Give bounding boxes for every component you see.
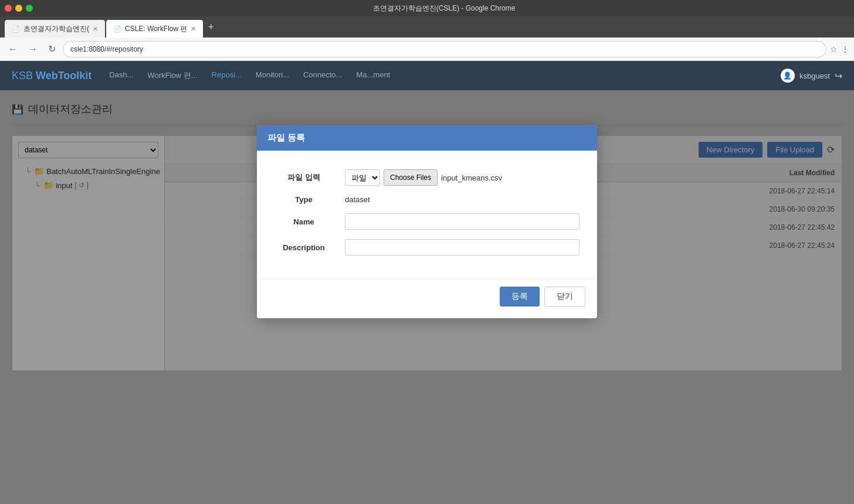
brand: KSB WebToolkit	[12, 70, 92, 82]
tab-1-close[interactable]: ✕	[93, 25, 98, 33]
form-row-name: Name	[269, 209, 585, 234]
modal-title: 파일 등록	[267, 132, 305, 142]
brand-bold: WebToolkit	[36, 70, 92, 81]
window-controls	[5, 5, 33, 12]
nav-management[interactable]: Ma...ment	[356, 70, 390, 81]
forward-button[interactable]: →	[25, 42, 41, 57]
type-label: Type	[269, 190, 339, 209]
modal-header: 파일 등록	[257, 125, 597, 151]
name-input[interactable]	[345, 213, 580, 230]
brand-light: KSB	[12, 70, 36, 81]
browser-window: 초연결자가학습엔진(CSLE) - Google Chrome 📄 초연결자가학…	[0, 0, 854, 504]
submit-button[interactable]: 등록	[500, 287, 540, 307]
minimize-button[interactable]	[15, 5, 22, 12]
selected-file-name: input_kmeans.csv	[441, 173, 502, 182]
modal-body: 파일 입력 파일 Choose Files input_kmeans.csv	[257, 151, 597, 274]
title-bar: 초연결자가학습엔진(CSLE) - Google Chrome	[0, 0, 854, 16]
tab-bar: 📄 초연결자가학습엔진( ✕ 📄 CSLE: WorkFlow 편 ✕ +	[0, 16, 854, 38]
file-input-row: 파일 Choose Files input_kmeans.csv	[345, 169, 580, 186]
name-label: Name	[269, 209, 339, 234]
tab-2[interactable]: 📄 CSLE: WorkFlow 편 ✕	[106, 20, 203, 38]
modal-overlay: 파일 등록 파일 입력 파일	[0, 90, 854, 504]
navbar: KSB WebToolkit Dash... WorkFlow 편... Rep…	[0, 61, 854, 90]
address-bar: ← → ↻ ☆ ⋮	[0, 38, 854, 61]
form-row-description: Description	[269, 234, 585, 260]
form-table: 파일 입력 파일 Choose Files input_kmeans.csv	[269, 165, 585, 260]
nav-monitoring[interactable]: Monitori...	[256, 70, 289, 81]
modal-dialog: 파일 등록 파일 입력 파일	[257, 125, 597, 318]
user-avatar: 👤	[781, 69, 795, 83]
logout-icon[interactable]: ↪	[835, 70, 842, 81]
input-label: 파일 입력	[269, 165, 339, 190]
app: KSB WebToolkit Dash... WorkFlow 편... Rep…	[0, 61, 854, 504]
address-input[interactable]	[63, 41, 826, 57]
bookmark-icon[interactable]: ☆	[830, 45, 838, 54]
nav-connector[interactable]: Connecto...	[303, 70, 343, 81]
window-title: 초연결자가학습엔진(CSLE) - Google Chrome	[39, 4, 849, 13]
input-type-select[interactable]: 파일	[345, 169, 380, 186]
page-content: 💾 데이터저장소관리 dataset model result └ 📁 Batc…	[0, 90, 854, 504]
tab-2-close[interactable]: ✕	[191, 25, 196, 33]
tab-1[interactable]: 📄 초연결자가학습엔진( ✕	[5, 20, 105, 38]
reload-button[interactable]: ↻	[45, 41, 59, 57]
browser-icons: ☆ ⋮	[830, 45, 849, 54]
maximize-button[interactable]	[26, 5, 33, 12]
close-button[interactable]	[5, 5, 12, 12]
form-row-type: Type dataset	[269, 190, 585, 209]
nav-workflow[interactable]: WorkFlow 편...	[148, 70, 198, 81]
choose-files-button[interactable]: Choose Files	[384, 169, 438, 186]
type-value: dataset	[345, 193, 370, 206]
menu-icon[interactable]: ⋮	[841, 45, 849, 54]
username: ksbguest	[799, 71, 830, 80]
nav-repository[interactable]: Reposi...	[212, 70, 242, 81]
nav-dashboard[interactable]: Dash...	[109, 70, 133, 81]
new-tab-button[interactable]: +	[203, 21, 219, 33]
back-button[interactable]: ←	[5, 42, 21, 57]
nav-links: Dash... WorkFlow 편... Reposi... Monitori…	[109, 70, 781, 81]
modal-footer: 등록 닫기	[257, 279, 597, 318]
form-row-input: 파일 입력 파일 Choose Files input_kmeans.csv	[269, 165, 585, 190]
cancel-button[interactable]: 닫기	[544, 287, 585, 307]
user-menu: 👤 ksbguest ↪	[781, 69, 842, 83]
description-label: Description	[269, 234, 339, 260]
description-input[interactable]	[345, 239, 580, 256]
